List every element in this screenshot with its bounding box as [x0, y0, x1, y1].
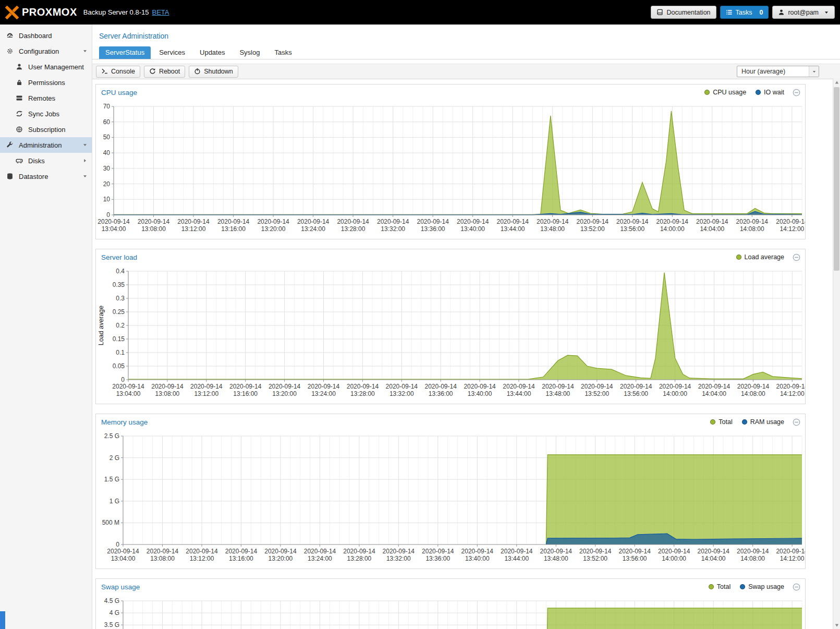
bottom-left-artifact	[0, 611, 5, 629]
svg-text:13:32:00: 13:32:00	[386, 555, 411, 562]
svg-text:2.5 G: 2.5 G	[104, 432, 119, 440]
svg-text:13:24:00: 13:24:00	[301, 225, 325, 233]
svg-text:14:00:00: 14:00:00	[663, 390, 687, 397]
chart-panel-swap-usage: Swap usageTotalSwap usage2020-09-1413:04…	[95, 578, 806, 629]
svg-text:13:08:00: 13:08:00	[141, 225, 166, 233]
select-caret-icon[interactable]	[809, 66, 819, 77]
svg-text:13:24:00: 13:24:00	[308, 555, 332, 562]
svg-text:0.1: 0.1	[116, 349, 125, 356]
caret-down-icon[interactable]	[82, 142, 88, 148]
svg-text:2020-09-14: 2020-09-14	[417, 218, 449, 225]
svg-text:2020-09-14: 2020-09-14	[619, 548, 651, 555]
scroll-down-arrow-icon[interactable]	[833, 621, 840, 629]
sidebar-item-remotes[interactable]: Remotes	[0, 90, 92, 106]
legend-label: RAM usage	[750, 418, 784, 426]
svg-text:2020-09-14: 2020-09-14	[257, 218, 289, 225]
sidebar-item-label: Dashboard	[19, 32, 52, 40]
legend-item-cpu-usage: CPU usage	[704, 89, 746, 96]
sidebar-item-label: Disks	[28, 157, 45, 165]
svg-text:2020-09-14: 2020-09-14	[620, 383, 652, 390]
svg-text:2020-09-14: 2020-09-14	[540, 548, 573, 555]
chart-body: 2020-09-1413:04:002020-09-1413:08:002020…	[96, 265, 805, 404]
collapse-panel-icon[interactable]	[793, 418, 800, 426]
caret-down-icon[interactable]	[82, 174, 88, 179]
reboot-button[interactable]: Reboot	[144, 66, 185, 78]
svg-text:13:16:00: 13:16:00	[229, 555, 253, 562]
tab-services[interactable]: Services	[153, 46, 191, 59]
svg-text:4.5 G: 4.5 G	[104, 597, 119, 604]
sidebar-item-user-management[interactable]: User Management	[0, 59, 92, 75]
svg-text:0.35: 0.35	[113, 281, 125, 288]
svg-text:2020-09-14: 2020-09-14	[107, 548, 139, 555]
svg-text:2020-09-14: 2020-09-14	[308, 383, 340, 390]
user-icon	[778, 9, 785, 16]
panel-header: CPU usageCPU usageIO wait	[96, 84, 805, 100]
legend-item-ram-usage: RAM usage	[742, 418, 784, 426]
tab-serverstatus[interactable]: ServerStatus	[99, 46, 151, 59]
sidebar-item-label: Sync Jobs	[28, 110, 59, 118]
dashboard-icon	[6, 32, 15, 39]
svg-text:14:04:00: 14:04:00	[700, 225, 724, 233]
tab-syslog[interactable]: Syslog	[233, 46, 266, 59]
svg-text:13:52:00: 13:52:00	[580, 225, 605, 233]
svg-text:13:56:00: 13:56:00	[624, 390, 648, 397]
scrollbar-thumb[interactable]	[834, 87, 839, 271]
shutdown-button[interactable]: Shutdown	[189, 66, 238, 78]
tab-updates[interactable]: Updates	[193, 46, 231, 59]
legend-item-io-wait: IO wait	[756, 89, 784, 96]
svg-text:2020-09-14: 2020-09-14	[658, 548, 690, 555]
svg-text:2020-09-14: 2020-09-14	[425, 383, 457, 390]
sync-icon	[16, 110, 24, 117]
sidebar-item-administration[interactable]: Administration	[0, 137, 92, 153]
chart-legend: TotalSwap usage	[709, 583, 784, 590]
collapse-panel-icon[interactable]	[793, 583, 800, 591]
legend-dot-icon	[710, 419, 715, 425]
svg-text:2020-09-14: 2020-09-14	[217, 218, 250, 225]
svg-text:2020-09-14: 2020-09-14	[776, 383, 805, 390]
chart-title: Swap usage	[101, 583, 140, 591]
sidebar-item-sync-jobs[interactable]: Sync Jobs	[0, 106, 92, 122]
svg-text:2020-09-14: 2020-09-14	[225, 548, 258, 555]
tasks-button[interactable]: Tasks 0	[720, 6, 769, 19]
legend-dot-icon	[756, 90, 761, 95]
beta-link[interactable]: BETA	[152, 8, 169, 16]
page-title: Server Administration	[92, 25, 840, 46]
chart-legend: TotalRAM usage	[710, 418, 784, 426]
svg-text:60: 60	[103, 118, 111, 126]
svg-text:2020-09-14: 2020-09-14	[616, 218, 649, 225]
svg-text:13:52:00: 13:52:00	[585, 390, 609, 397]
user-menu-button[interactable]: root@pam	[772, 6, 835, 19]
svg-text:13:40:00: 13:40:00	[460, 225, 485, 233]
svg-text:14:12:00: 14:12:00	[780, 225, 805, 233]
scroll-up-arrow-icon[interactable]	[833, 78, 840, 86]
chart-canvas-swap-usage: 2020-09-1413:04:002020-09-1413:08:002020…	[96, 595, 805, 629]
svg-text:13:48:00: 13:48:00	[544, 555, 568, 562]
collapse-panel-icon[interactable]	[793, 89, 800, 96]
caret-down-icon[interactable]	[82, 49, 88, 54]
caret-right-icon[interactable]	[82, 158, 88, 163]
svg-text:2020-09-14: 2020-09-14	[464, 383, 496, 390]
svg-text:2020-09-14: 2020-09-14	[304, 548, 336, 555]
sidebar-item-permissions[interactable]: Permissions	[0, 75, 92, 90]
svg-text:2020-09-14: 2020-09-14	[696, 218, 728, 225]
sidebar-item-datastore[interactable]: Datastore	[0, 168, 92, 184]
disks-icon	[16, 157, 24, 164]
collapse-panel-icon[interactable]	[793, 253, 800, 261]
console-button[interactable]: Console	[96, 66, 140, 78]
vertical-scrollbar[interactable]	[833, 78, 840, 629]
timeframe-select[interactable]: Hour (average)	[737, 66, 819, 77]
power-icon	[194, 68, 201, 75]
sidebar-item-configuration[interactable]: Configuration	[0, 43, 92, 59]
svg-text:2020-09-14: 2020-09-14	[659, 383, 691, 390]
svg-text:2020-09-14: 2020-09-14	[264, 548, 297, 555]
chevron-down-icon	[824, 10, 829, 15]
sidebar-item-disks[interactable]: Disks	[0, 153, 92, 168]
tab-tasks[interactable]: Tasks	[268, 46, 298, 59]
svg-text:13:28:00: 13:28:00	[347, 555, 372, 562]
svg-text:0.25: 0.25	[113, 308, 125, 316]
sidebar-item-dashboard[interactable]: Dashboard	[0, 28, 92, 43]
svg-text:2020-09-14: 2020-09-14	[579, 548, 612, 555]
svg-text:2020-09-14: 2020-09-14	[98, 218, 130, 225]
documentation-button[interactable]: Documentation	[651, 6, 716, 19]
sidebar-item-subscription[interactable]: Subscription	[0, 122, 92, 137]
